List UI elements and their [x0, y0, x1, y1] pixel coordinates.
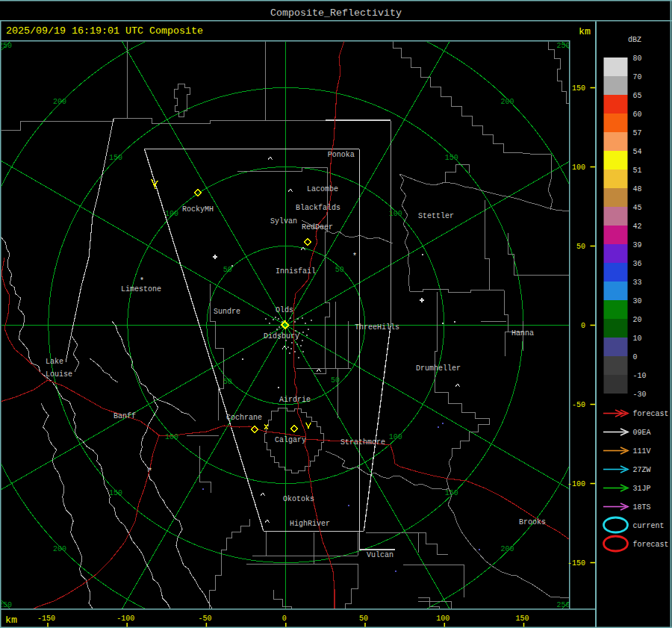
svg-text:51: 51	[633, 167, 642, 175]
svg-text:200: 200	[53, 98, 66, 106]
svg-text:*: *	[148, 467, 152, 476]
svg-text:20: 20	[633, 316, 642, 324]
svg-text:Lake: Lake	[46, 358, 63, 366]
svg-text:54: 54	[633, 148, 642, 156]
svg-text:0: 0	[282, 615, 287, 623]
svg-text:150: 150	[109, 489, 122, 497]
svg-text:Vulcan: Vulcan	[367, 551, 393, 559]
svg-text:100: 100	[389, 210, 402, 218]
svg-text:150: 150	[445, 154, 458, 162]
svg-text:60: 60	[633, 111, 642, 119]
svg-text:HighRiver: HighRiver	[290, 520, 330, 528]
svg-text:57: 57	[633, 129, 642, 137]
svg-text:50: 50	[223, 266, 232, 274]
svg-text:ThreeHills: ThreeHills	[355, 323, 399, 332]
svg-text:100: 100	[572, 164, 585, 172]
svg-text:-100: -100	[567, 480, 585, 488]
svg-text:100: 100	[389, 433, 402, 441]
svg-text:70: 70	[633, 73, 642, 81]
svg-text:*: *	[352, 252, 357, 261]
svg-text:dBZ: dBZ	[628, 36, 641, 44]
svg-text:10: 10	[633, 335, 642, 343]
svg-text:250: 250	[0, 42, 12, 50]
svg-text:Okotoks: Okotoks	[283, 495, 314, 503]
svg-text:current: current	[633, 522, 665, 530]
svg-text:Sundre: Sundre	[214, 308, 240, 316]
svg-text:Airdrie: Airdrie	[279, 396, 311, 404]
svg-text:RockyMH: RockyMH	[182, 205, 214, 214]
svg-text:-30: -30	[633, 391, 647, 399]
svg-text:Didsbury: Didsbury	[264, 332, 299, 341]
svg-text:33: 33	[633, 279, 642, 287]
svg-text:150: 150	[445, 489, 458, 497]
svg-text:250: 250	[557, 42, 570, 50]
svg-text:Lacombe: Lacombe	[307, 185, 338, 193]
svg-text:45: 45	[633, 204, 642, 212]
svg-text:200: 200	[501, 98, 514, 106]
svg-text:Cochrane: Cochrane	[226, 414, 262, 422]
svg-text:Hanna: Hanna	[511, 329, 534, 338]
svg-text:Limestone: Limestone	[121, 285, 161, 293]
svg-text:Strathmore: Strathmore	[340, 438, 385, 447]
svg-text:-50: -50	[572, 401, 585, 409]
svg-text:-100: -100	[116, 615, 134, 623]
svg-text:100: 100	[165, 210, 178, 218]
svg-text:0: 0	[633, 353, 638, 361]
svg-text:50: 50	[223, 378, 232, 386]
svg-text:200: 200	[501, 545, 514, 553]
svg-text:27ZW: 27ZW	[633, 466, 651, 474]
svg-text:250: 250	[557, 601, 570, 609]
svg-text:-150: -150	[37, 615, 55, 623]
svg-text:km: km	[5, 615, 17, 626]
svg-text:65: 65	[633, 92, 642, 100]
svg-text:50: 50	[331, 376, 340, 385]
svg-text:Drumheller: Drumheller	[416, 364, 461, 373]
svg-text:100: 100	[436, 615, 449, 623]
svg-text:09EA: 09EA	[633, 429, 651, 437]
svg-text:250: 250	[0, 601, 12, 609]
svg-text:forecast: forecast	[633, 410, 669, 418]
svg-text:*: *	[140, 277, 144, 285]
svg-text:Blackfalds: Blackfalds	[296, 204, 340, 212]
svg-text:100: 100	[165, 433, 178, 441]
svg-text:RedDeer: RedDeer	[302, 223, 333, 231]
svg-text:Louise: Louise	[46, 370, 72, 379]
svg-text:30: 30	[633, 297, 642, 305]
svg-text:150: 150	[515, 615, 529, 623]
svg-text:Composite_Reflectivity: Composite_Reflectivity	[270, 7, 402, 19]
svg-text:150: 150	[572, 84, 585, 93]
svg-text:Olds: Olds	[276, 306, 293, 314]
svg-text:50: 50	[335, 266, 344, 274]
svg-text:50: 50	[359, 615, 368, 623]
svg-text:50: 50	[576, 243, 585, 251]
svg-text:80: 80	[633, 55, 642, 63]
svg-text:Ponoka: Ponoka	[328, 151, 355, 159]
svg-text:150: 150	[109, 154, 122, 162]
svg-text:-50: -50	[198, 615, 211, 623]
svg-text:km: km	[579, 26, 591, 37]
svg-text:42: 42	[633, 223, 642, 231]
svg-text:31JP: 31JP	[633, 485, 651, 493]
svg-text:Calgary: Calgary	[275, 436, 306, 444]
svg-text:Brooks: Brooks	[519, 518, 546, 526]
svg-text:36: 36	[633, 260, 642, 268]
svg-text:39: 39	[633, 241, 642, 249]
svg-text:Sylvan: Sylvan	[270, 217, 297, 226]
svg-text:111V: 111V	[633, 447, 651, 456]
svg-text:-10: -10	[633, 372, 647, 380]
svg-text:Banff: Banff	[113, 412, 136, 420]
svg-text:0: 0	[581, 322, 585, 330]
svg-text:forecast: forecast	[633, 541, 669, 549]
svg-text:48: 48	[633, 185, 642, 193]
svg-text:-150: -150	[567, 559, 585, 568]
svg-text:Stettler: Stettler	[418, 212, 454, 220]
svg-text:200: 200	[53, 545, 66, 553]
svg-text:18TS: 18TS	[633, 503, 651, 512]
svg-text:Innisfail: Innisfail	[276, 267, 316, 276]
svg-text:2025/09/19 16:19:01 UTC Compos: 2025/09/19 16:19:01 UTC Composite	[6, 25, 203, 37]
